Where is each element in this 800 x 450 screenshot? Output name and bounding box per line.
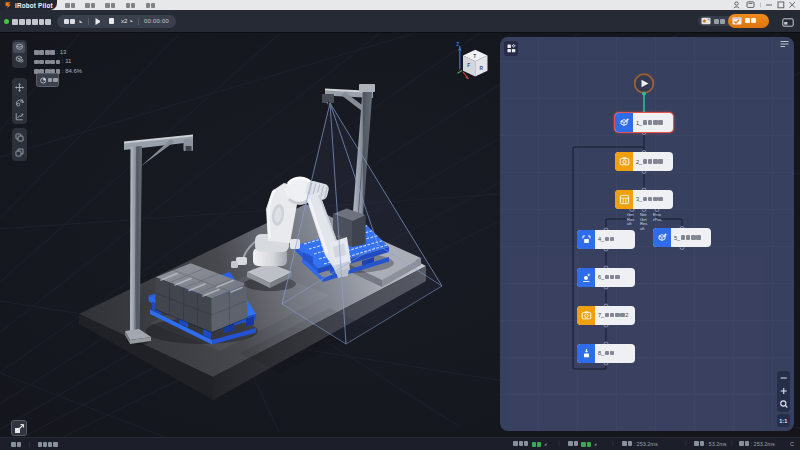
svg-text:F: F xyxy=(467,63,470,68)
svg-text:ult: ult xyxy=(640,225,645,230)
svg-text:R: R xyxy=(480,66,484,71)
svg-text:T: T xyxy=(473,54,476,59)
svg-text:rPos: rPos xyxy=(653,216,662,221)
svg-text:Z: Z xyxy=(456,41,459,47)
svg-text:ult: ult xyxy=(627,221,632,226)
